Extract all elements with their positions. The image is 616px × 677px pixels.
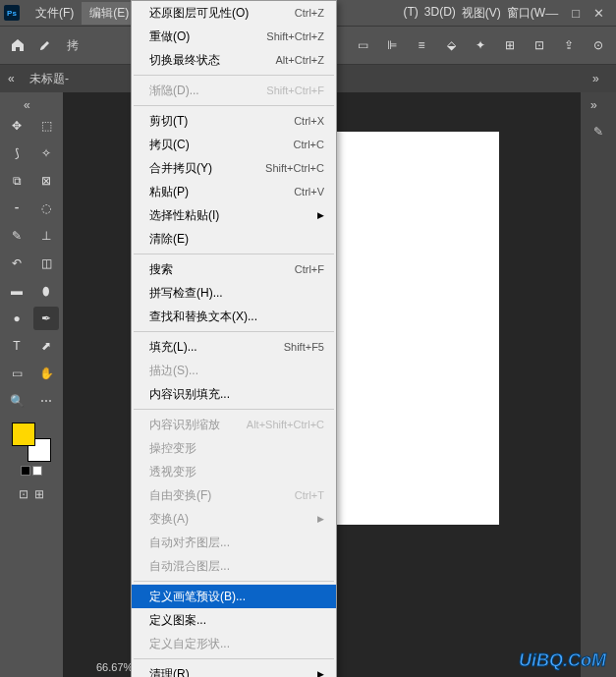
menu-3d[interactable]: 3D(D): [424, 5, 456, 22]
menu-item-label: 选择性粘贴(I): [149, 207, 313, 224]
menu-item: 描边(S)...: [132, 359, 336, 382]
menu-item[interactable]: 拼写检查(H)...: [132, 281, 336, 305]
quickmask-icon[interactable]: ⊡: [19, 487, 28, 501]
menu-item-label: 填充(L)...: [149, 339, 284, 356]
eraser-tool[interactable]: ◫: [33, 252, 59, 275]
history-brush-tool[interactable]: ↶: [4, 252, 29, 275]
brush-tool[interactable]: ✎: [4, 224, 29, 248]
close-button[interactable]: ✕: [593, 6, 604, 21]
grid-icon[interactable]: ⊞: [500, 35, 520, 55]
menu-edit[interactable]: 编辑(E): [82, 2, 137, 25]
align-left-icon[interactable]: ⊫: [382, 35, 402, 55]
menu-item-label: 操控变形: [149, 440, 324, 457]
zoom-tool[interactable]: 🔍: [4, 389, 29, 413]
menu-item-label: 清理(R): [149, 666, 313, 678]
hand-tool[interactable]: ✋: [33, 362, 59, 385]
reset-icon[interactable]: ⊡: [530, 35, 549, 55]
menu-partial[interactable]: (T): [403, 5, 418, 22]
search-icon[interactable]: ⊙: [588, 35, 608, 55]
align-icon[interactable]: ▭: [353, 35, 372, 55]
move-tool[interactable]: ✥: [4, 114, 29, 138]
minimize-button[interactable]: —: [545, 6, 558, 21]
lasso-tool[interactable]: ⟆: [4, 141, 29, 165]
tools-collapse-icon[interactable]: «: [24, 98, 39, 112]
menu-item[interactable]: 清理(R)▶: [132, 662, 336, 677]
menu-item-label: 内容识别填充...: [149, 386, 324, 403]
gear-icon[interactable]: ✦: [471, 35, 490, 55]
default-swatches-icon[interactable]: [21, 466, 42, 476]
menu-item-shortcut: Shift+Ctrl+Z: [266, 30, 324, 42]
menu-item-label: 透视变形: [149, 464, 324, 480]
brush-preset-icon[interactable]: [35, 35, 55, 55]
menu-item[interactable]: 粘贴(P)Ctrl+V: [132, 180, 336, 203]
menu-item-shortcut: Shift+F5: [284, 341, 324, 353]
type-tool[interactable]: T: [4, 334, 29, 358]
wand-tool[interactable]: ✧: [33, 141, 59, 165]
document-tab[interactable]: 未标题-: [24, 68, 75, 90]
menu-item-label: 切换最终状态: [149, 52, 275, 69]
menu-item-label: 定义画笔预设(B)...: [149, 589, 324, 605]
menu-item-label: 渐隐(D)...: [149, 83, 266, 99]
3d-icon[interactable]: ⬙: [441, 35, 461, 55]
menu-item[interactable]: 定义画笔预设(B)...: [132, 585, 336, 608]
menu-item-label: 搜索: [149, 261, 295, 278]
menu-file[interactable]: 文件(F): [28, 2, 82, 25]
home-icon[interactable]: [8, 35, 28, 55]
menu-item[interactable]: 合并拷贝(Y)Shift+Ctrl+C: [132, 156, 336, 180]
tab-chevron-left-icon[interactable]: «: [8, 72, 24, 85]
marquee-tool[interactable]: ⬚: [33, 114, 59, 138]
more-tools[interactable]: ⋯: [33, 389, 59, 413]
share-icon[interactable]: ⇪: [559, 35, 579, 55]
menu-window[interactable]: 窗口(W: [507, 5, 545, 22]
menu-separator: [134, 658, 334, 659]
menu-item-shortcut: Ctrl+V: [294, 186, 324, 197]
eyedropper-tool[interactable]: ⁃: [4, 197, 29, 220]
menu-view[interactable]: 视图(V): [462, 5, 501, 22]
menu-item[interactable]: 填充(L)...Shift+F5: [132, 335, 336, 359]
watermark: UiBQ.CoM: [519, 650, 606, 671]
align-center-icon[interactable]: ≡: [412, 35, 431, 55]
menu-item[interactable]: 查找和替换文本(X)...: [132, 305, 336, 328]
tab-chevron-right-icon[interactable]: »: [592, 72, 608, 85]
path-select-tool[interactable]: ⬈: [33, 334, 59, 358]
spot-heal-tool[interactable]: ◌: [33, 197, 59, 220]
menu-item-shortcut: Ctrl+Z: [295, 7, 324, 19]
screenmode-icon[interactable]: ⊞: [34, 487, 44, 501]
panel-collapse-icon[interactable]: »: [590, 98, 606, 112]
edit-menu-dropdown: 还原图层可见性(O)Ctrl+Z重做(O)Shift+Ctrl+Z切换最终状态A…: [131, 0, 337, 677]
menu-separator: [134, 581, 334, 582]
menu-item: 自由变换(F)Ctrl+T: [132, 483, 336, 507]
foreground-swatch[interactable]: [12, 423, 35, 446]
zoom-level[interactable]: 66.67%: [96, 661, 133, 673]
menu-item[interactable]: 剪切(T)Ctrl+X: [132, 109, 336, 133]
gradient-tool[interactable]: ▬: [4, 279, 29, 303]
menu-item[interactable]: 清除(E): [132, 227, 336, 251]
blur-tool[interactable]: ⬮: [33, 279, 59, 303]
menu-item[interactable]: 重做(O)Shift+Ctrl+Z: [132, 25, 336, 48]
menu-item-label: 内容识别缩放: [149, 417, 247, 433]
frame-tool[interactable]: ⊠: [33, 169, 59, 193]
menu-item-label: 定义自定形状...: [149, 636, 324, 652]
crop-tool[interactable]: ⧉: [4, 169, 29, 193]
shape-tool[interactable]: ▭: [4, 362, 29, 385]
menu-item[interactable]: 搜索Ctrl+F: [132, 257, 336, 281]
dodge-tool[interactable]: ●: [4, 307, 29, 330]
menu-item-label: 重做(O): [149, 28, 266, 45]
menu-item[interactable]: 拷贝(C)Ctrl+C: [132, 133, 336, 156]
menu-item[interactable]: 还原图层可见性(O)Ctrl+Z: [132, 1, 336, 25]
menu-item[interactable]: 内容识别填充...: [132, 382, 336, 406]
menu-item-label: 拼写检查(H)...: [149, 285, 324, 302]
color-swatches[interactable]: [12, 423, 51, 462]
maximize-button[interactable]: □: [572, 6, 580, 21]
pen-tool[interactable]: ✒: [33, 307, 59, 330]
menu-item-label: 自动混合图层...: [149, 558, 324, 575]
menu-item[interactable]: 切换最终状态Alt+Ctrl+Z: [132, 48, 336, 72]
panel-item-icon[interactable]: ✎: [587, 120, 610, 143]
menu-item-shortcut: Shift+Ctrl+C: [265, 162, 324, 174]
app-icon: Ps: [4, 5, 20, 21]
menu-item[interactable]: 选择性粘贴(I)▶: [132, 203, 336, 227]
menu-item[interactable]: 定义图案...: [132, 608, 336, 632]
stamp-tool[interactable]: ⊥: [33, 224, 59, 248]
menu-item-shortcut: Alt+Ctrl+Z: [275, 54, 324, 66]
menu-separator: [134, 75, 334, 76]
